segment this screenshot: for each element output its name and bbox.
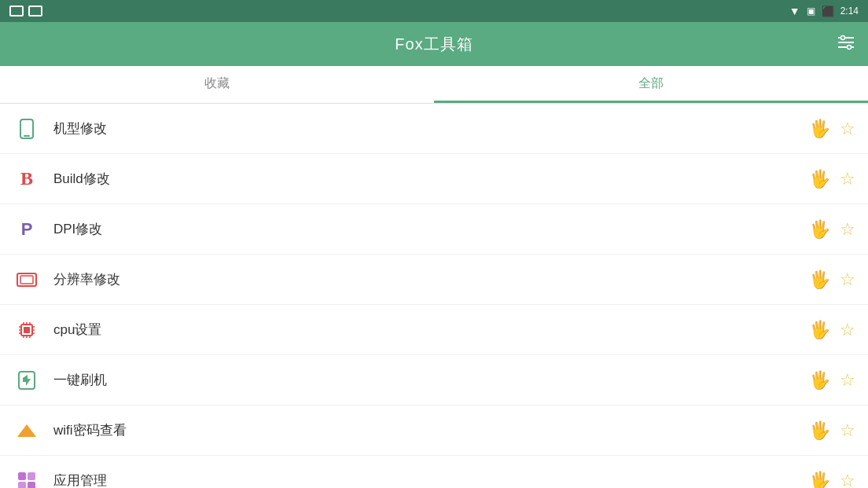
wifi-status-icon: ▼ [789,5,800,17]
device-model-label: 机型修改 [53,119,809,138]
wifi-password-icon [13,416,41,445]
pin-button[interactable]: 🖐 [809,320,830,340]
star-button[interactable]: ☆ [840,270,855,290]
app-header: Fox工具箱 [0,22,868,66]
pin-button[interactable]: 🖐 [809,219,830,240]
list-item[interactable]: wifi密码查看 🖐 ☆ [0,405,868,456]
item-actions: 🖐 ☆ [809,219,855,240]
star-button[interactable]: ☆ [840,119,855,139]
window-square-2 [28,6,42,17]
status-bar: ▼ ▣ ⬛ 2:14 [0,0,868,22]
resolution-modify-icon [13,266,41,294]
svg-marker-24 [17,424,36,437]
list-item[interactable]: P DPI修改 🖐 ☆ [0,204,868,255]
status-bar-right: ▼ ▣ ⬛ 2:14 [789,5,859,17]
settings-button[interactable] [837,35,855,54]
pin-button[interactable]: 🖐 [809,471,830,489]
list-item[interactable]: 机型修改 🖐 ☆ [0,104,868,154]
dpi-modify-icon: P [13,215,41,244]
star-button[interactable]: ☆ [840,219,855,240]
list-item[interactable]: cpu设置 🖐 ☆ [0,305,868,355]
svg-rect-25 [18,472,26,480]
svg-rect-10 [24,327,30,333]
pin-button[interactable]: 🖐 [809,370,830,391]
pin-button[interactable]: 🖐 [809,119,830,139]
one-key-flash-icon [13,366,41,394]
status-time: 2:14 [840,6,859,17]
status-bar-left [9,6,42,17]
tools-list: 机型修改 🖐 ☆ B Build修改 🖐 ☆ P DPI修改 🖐 ☆ [0,104,868,488]
item-actions: 🖐 ☆ [809,119,855,139]
app-title: Fox工具箱 [395,34,473,55]
app-manage-icon [13,467,41,489]
tab-all[interactable]: 全部 [434,66,868,103]
list-item[interactable]: 应用管理 🖐 ☆ [0,456,868,488]
cpu-settings-icon [13,316,41,344]
item-actions: 🖐 ☆ [809,270,855,290]
list-item[interactable]: 一键刷机 🖐 ☆ [0,355,868,405]
pin-button[interactable]: 🖐 [809,169,830,189]
svg-point-4 [848,45,851,49]
resolution-modify-label: 分辨率修改 [53,270,809,288]
svg-rect-8 [20,276,33,284]
device-model-icon [13,115,41,143]
app-manage-label: 应用管理 [53,471,809,488]
one-key-flash-label: 一键刷机 [53,371,809,389]
svg-point-3 [841,35,845,39]
item-actions: 🖐 ☆ [809,420,855,441]
list-item[interactable]: B Build修改 🖐 ☆ [0,154,868,204]
item-actions: 🖐 ☆ [809,471,855,489]
tab-favorites[interactable]: 收藏 [0,66,434,103]
item-actions: 🖐 ☆ [809,169,855,189]
svg-rect-26 [28,472,35,480]
item-actions: 🖐 ☆ [809,320,855,340]
tab-bar: 收藏 全部 [0,66,868,104]
list-item[interactable]: 分辨率修改 🖐 ☆ [0,255,868,305]
wifi-password-label: wifi密码查看 [53,421,809,439]
dpi-modify-label: DPI修改 [53,220,809,238]
star-button[interactable]: ☆ [840,471,855,489]
star-button[interactable]: ☆ [840,320,855,340]
battery-icon: ⬛ [822,6,834,17]
cpu-settings-label: cpu设置 [53,321,809,339]
build-modify-icon: B [13,165,41,193]
star-button[interactable]: ☆ [840,420,855,441]
item-actions: 🖐 ☆ [809,370,855,391]
pin-button[interactable]: 🖐 [809,270,830,290]
window-square-1 [9,6,24,17]
star-button[interactable]: ☆ [840,370,855,391]
pin-button[interactable]: 🖐 [809,420,830,441]
svg-rect-27 [18,482,26,489]
build-modify-label: Build修改 [53,170,809,188]
svg-rect-28 [28,482,35,489]
star-button[interactable]: ☆ [840,169,855,189]
signal-icon: ▣ [807,6,815,17]
